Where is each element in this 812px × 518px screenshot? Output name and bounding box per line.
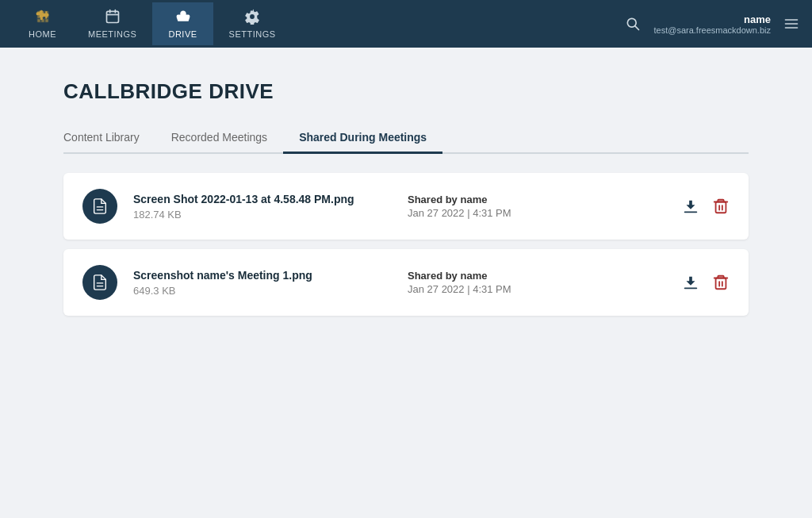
file-size: 649.3 KB	[133, 285, 392, 297]
file-item: Screenshot name's Meeting 1.png 649.3 KB…	[63, 249, 749, 316]
user-name: name	[653, 13, 771, 25]
page-title: CALLBRIDGE DRIVE	[63, 79, 749, 104]
file-name: Screen Shot 2022-01-13 at 4.58.48 PM.png	[133, 193, 392, 205]
file-actions	[682, 198, 730, 215]
svg-rect-1	[106, 11, 118, 22]
nav-item-home[interactable]: HOME	[13, 2, 72, 45]
trash-icon	[712, 274, 730, 291]
file-icon-wrap	[82, 265, 117, 300]
user-info: name test@sara.freesmackdown.biz	[653, 13, 771, 35]
file-info: Screen Shot 2022-01-13 at 4.58.48 PM.png…	[133, 193, 392, 221]
file-shared-info: Shared by name Jan 27 2022 | 4:31 PM	[408, 270, 666, 295]
file-document-icon	[91, 198, 109, 215]
file-actions	[682, 274, 730, 291]
nav-item-settings[interactable]: SETTINGS	[213, 2, 292, 45]
shared-date: Jan 27 2022 | 4:31 PM	[408, 283, 666, 295]
main-content: CALLBRIDGE DRIVE Content Library Recorde…	[0, 48, 812, 347]
shared-by-name: name	[460, 194, 487, 205]
shared-by-name: name	[460, 270, 487, 282]
menu-button[interactable]	[783, 16, 799, 32]
shared-by-label: Shared by	[408, 270, 460, 282]
delete-button[interactable]	[712, 274, 730, 291]
user-email: test@sara.freesmackdown.biz	[653, 25, 771, 35]
download-icon	[682, 274, 699, 291]
delete-button[interactable]	[712, 198, 730, 215]
svg-rect-13	[716, 202, 726, 213]
tab-shared-during-meetings[interactable]: Shared During Meetings	[283, 123, 442, 154]
home-icon	[35, 9, 51, 26]
trash-icon	[712, 198, 730, 215]
file-name: Screenshot name's Meeting 1.png	[133, 269, 392, 282]
settings-label: SETTINGS	[229, 29, 276, 39]
download-button[interactable]	[682, 274, 699, 291]
svg-line-6	[635, 26, 639, 30]
file-item: Screen Shot 2022-01-13 at 4.58.48 PM.png…	[63, 173, 749, 240]
tab-recorded-meetings[interactable]: Recorded Meetings	[155, 123, 283, 154]
meetings-icon	[105, 9, 121, 26]
nav-right: name test@sara.freesmackdown.biz	[625, 13, 799, 35]
drive-label: DRIVE	[168, 29, 197, 39]
file-size: 182.74 KB	[133, 209, 392, 221]
download-icon	[682, 198, 699, 215]
file-document-icon	[91, 274, 109, 291]
file-shared-info: Shared by name Jan 27 2022 | 4:31 PM	[408, 194, 666, 219]
file-icon-wrap	[82, 189, 117, 224]
home-label: HOME	[29, 29, 56, 39]
settings-icon	[244, 9, 260, 26]
file-list: Screen Shot 2022-01-13 at 4.58.48 PM.png…	[63, 173, 749, 316]
nav-item-drive[interactable]: DRIVE	[152, 2, 213, 45]
meetings-label: MEETINGS	[88, 29, 136, 39]
svg-rect-19	[716, 278, 726, 290]
nav-items: HOME MEETINGS DRIVE	[13, 2, 625, 45]
search-icon	[625, 16, 641, 32]
navigation: HOME MEETINGS DRIVE	[0, 0, 812, 48]
tab-bar: Content Library Recorded Meetings Shared…	[63, 123, 749, 154]
search-button[interactable]	[625, 16, 641, 32]
shared-date: Jan 27 2022 | 4:31 PM	[408, 207, 666, 219]
shared-by-label: Shared by	[408, 194, 460, 205]
hamburger-icon	[783, 16, 799, 32]
tab-content-library[interactable]: Content Library	[63, 123, 155, 154]
nav-item-meetings[interactable]: MEETINGS	[72, 2, 152, 45]
drive-icon	[175, 9, 191, 26]
file-info: Screenshot name's Meeting 1.png 649.3 KB	[133, 269, 392, 297]
download-button[interactable]	[682, 198, 699, 215]
